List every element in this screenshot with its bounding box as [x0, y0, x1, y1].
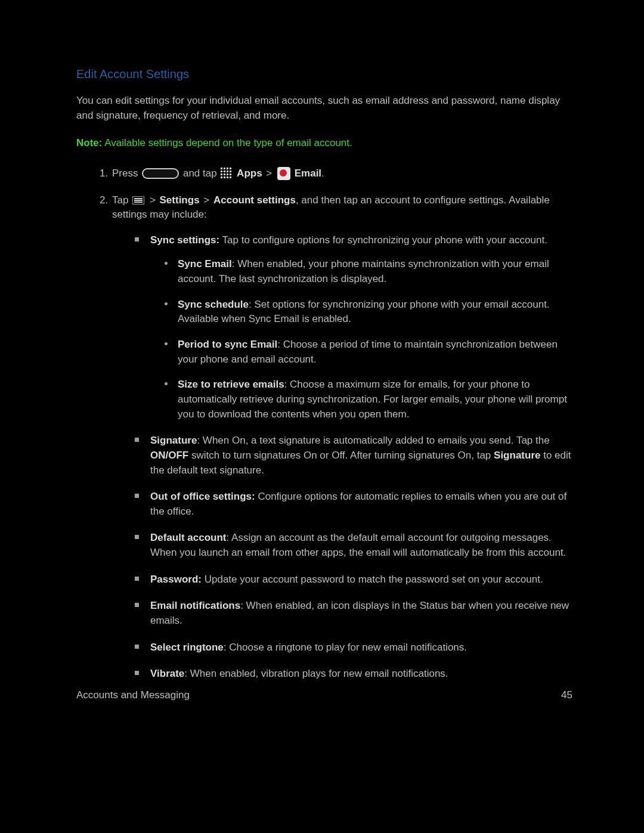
note-text: Available settings depend on the type of… — [102, 137, 352, 148]
text: : When enabled, your phone maintains syn… — [178, 258, 549, 284]
item-vibrate: Vibrate: When enabled, vibration plays f… — [135, 667, 572, 682]
item-ooo: Out of office settings: Configure option… — [135, 490, 572, 519]
step-2: Tap > Settings > Account settings, and t… — [111, 193, 572, 682]
sync-sublist: Sync Email: When enabled, your phone mai… — [165, 257, 572, 422]
text: : When enabled, vibration plays for new … — [184, 668, 448, 679]
onoff: ON/OFF — [150, 450, 188, 461]
item-signature: Signature: When On, a text signature is … — [135, 433, 572, 478]
t1: : When On, a text signature is automatic… — [197, 435, 549, 446]
text: : Choose a ringtone to play for new emai… — [224, 642, 467, 653]
settings-list: Sync settings: Tap to configure options … — [135, 233, 572, 682]
step-1: Press and tap Apps > Email. — [111, 166, 572, 181]
note-label: Note: — [76, 137, 102, 148]
steps-list: Press and tap Apps > Email. Tap > Settin… — [111, 166, 572, 682]
text: Update your account password to match th… — [202, 574, 543, 585]
sig2: Signature — [494, 450, 540, 461]
label: Email notifications — [150, 600, 240, 611]
label: Sync schedule — [178, 299, 249, 310]
intro-paragraph: You can edit settings for your individua… — [76, 94, 572, 123]
t2: switch to turn signatures On or Off. Aft… — [188, 450, 494, 461]
account-settings-label: Account settings — [213, 194, 296, 206]
step1-andtap: and tap — [183, 168, 219, 179]
label: Period to sync Email — [178, 339, 277, 350]
item-default-account: Default account: Assign an account as th… — [135, 531, 572, 560]
item-period: Period to sync Email: Choose a period of… — [165, 337, 572, 367]
menu-bars-icon — [132, 196, 144, 205]
label: Select ringtone — [150, 642, 224, 653]
step1-press: Press — [112, 168, 141, 179]
apps-label: Apps — [237, 168, 262, 179]
label: Signature — [150, 435, 197, 446]
item-sync-settings: Sync settings: Tap to configure options … — [135, 233, 572, 422]
email-label: Email — [295, 168, 321, 179]
settings-label: Settings — [160, 194, 200, 206]
item-sync-email: Sync Email: When enabled, your phone mai… — [165, 257, 572, 286]
gt: > — [264, 168, 275, 179]
label: Default account — [150, 532, 227, 543]
item-password: Password: Update your account password t… — [135, 572, 572, 587]
period: . — [321, 168, 324, 179]
gt: > — [201, 194, 212, 206]
label: Password: — [150, 574, 202, 585]
home-key-icon — [142, 168, 179, 179]
footer-page-number: 45 — [561, 688, 572, 703]
text: Tap to configure options for synchronizi… — [219, 234, 547, 246]
label: Out of office settings: — [150, 491, 255, 502]
label: Size to retrieve emails — [178, 379, 284, 390]
item-sync-schedule: Sync schedule: Set options for synchroni… — [165, 298, 572, 327]
item-size: Size to retrieve emails: Choose a maximu… — [165, 377, 572, 422]
note-line: Note: Available settings depend on the t… — [76, 136, 572, 151]
page-footer: Accounts and Messaging 45 — [76, 688, 572, 703]
step2-tap: Tap — [112, 194, 131, 206]
label: Sync settings: — [150, 234, 219, 246]
apps-grid-icon — [221, 168, 233, 179]
email-app-icon — [277, 167, 290, 180]
item-select-ringtone: Select ringtone: Choose a ringtone to pl… — [135, 640, 572, 655]
document-page: Edit Account Settings You can edit setti… — [0, 0, 644, 682]
section-heading: Edit Account Settings — [76, 66, 572, 83]
footer-section: Accounts and Messaging — [76, 688, 190, 703]
label: Sync Email — [178, 258, 232, 270]
gt: > — [150, 194, 159, 206]
label: Vibrate — [150, 668, 184, 679]
item-email-notifications: Email notifications: When enabled, an ic… — [135, 599, 572, 628]
